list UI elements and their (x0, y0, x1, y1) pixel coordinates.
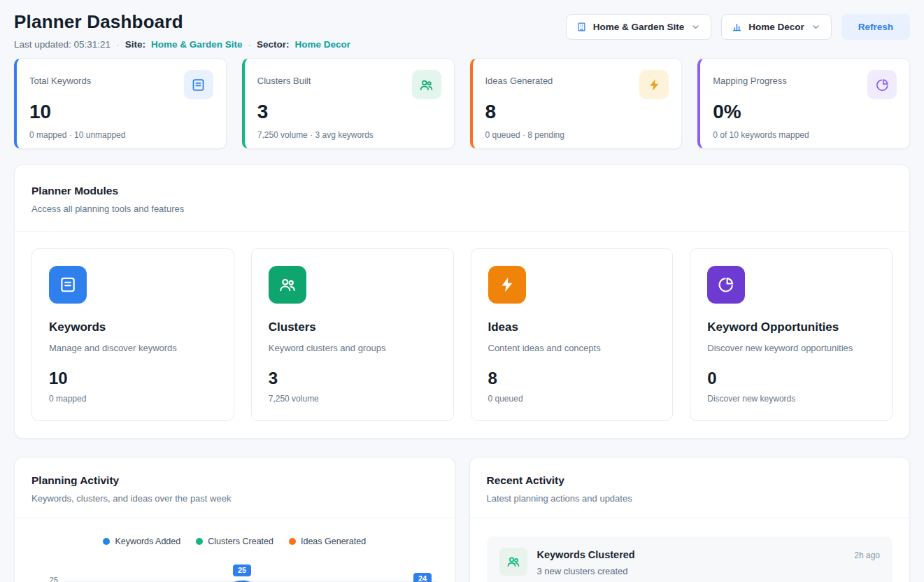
module-title: Keywords (49, 320, 217, 334)
site-label: Site: (125, 39, 145, 50)
stat-label: Total Keywords (29, 70, 91, 86)
legend-item-ideas-generated: Ideas Generated (289, 537, 366, 546)
title-block: Planner Dashboard Last updated: 05:31:21… (14, 11, 350, 50)
legend-label: Keywords Added (115, 537, 180, 546)
sector-dropdown-label: Home Decor (748, 22, 804, 32)
panel-subtitle: Latest planning actions and updates (487, 493, 893, 504)
bolt-icon (639, 70, 669, 99)
legend-label: Ideas Generated (301, 537, 366, 546)
panel-title: Recent Activity (487, 474, 893, 487)
activity-list: Keywords Clustered 3 new clusters create… (470, 518, 910, 582)
page-title: Planner Dashboard (14, 11, 350, 33)
stat-subtext: 0 queued · 8 pending (485, 130, 669, 140)
bolt-icon (488, 266, 526, 304)
top-bar: Planner Dashboard Last updated: 05:31:21… (14, 11, 910, 50)
stat-value: 10 (29, 101, 213, 123)
planner-dashboard-page: Planner Dashboard Last updated: 05:31:21… (0, 0, 924, 582)
separator-dot: · (116, 39, 120, 50)
separator-dot: · (248, 39, 251, 50)
module-description: Discover new keyword opportunities (707, 343, 875, 353)
chevron-down-icon (690, 22, 701, 32)
pie-chart-icon (867, 70, 897, 99)
module-card-clusters[interactable]: Clusters Keyword clusters and groups 3 7… (251, 248, 454, 421)
recent-activity-panel: Recent Activity Latest planning actions … (469, 457, 911, 582)
module-subtext: 0 mapped (49, 394, 217, 404)
stat-value: 3 (257, 101, 441, 123)
legend-dot (103, 538, 110, 545)
module-title: Clusters (269, 320, 436, 334)
module-subtext: Discover new keywords (707, 394, 875, 404)
site-dropdown-label: Home & Garden Site (593, 22, 685, 32)
bottom-panels: Planning Activity Keywords, clusters, an… (14, 457, 910, 582)
site-link[interactable]: Home & Garden Site (151, 39, 243, 50)
stat-card-clusters-built: Clusters Built 3 7,250 volume · 3 avg ke… (242, 58, 455, 149)
panel-subtitle: Access all planning tools and features (31, 204, 893, 214)
planner-modules-panel: Planner Modules Access all planning tool… (14, 164, 910, 439)
document-icon (49, 266, 87, 304)
module-card-keywords[interactable]: Keywords Manage and discover keywords 10… (31, 248, 234, 421)
panel-header: Recent Activity Latest planning actions … (470, 457, 910, 518)
planning-activity-panel: Planning Activity Keywords, clusters, an… (14, 457, 455, 582)
module-description: Manage and discover keywords (49, 343, 217, 353)
panel-header: Planner Modules Access all planning tool… (15, 165, 909, 232)
stat-label: Ideas Generated (485, 70, 553, 86)
stat-card-total-keywords: Total Keywords 10 0 mapped · 10 unmapped (14, 58, 227, 149)
module-value: 8 (488, 369, 656, 388)
chevron-down-icon (811, 22, 821, 32)
activity-text: Keywords Clustered 3 new clusters create… (537, 548, 845, 576)
module-card-ideas[interactable]: Ideas Content ideas and concepts 8 0 que… (471, 248, 674, 421)
stat-card-ideas-generated: Ideas Generated 8 0 queued · 8 pending (470, 58, 683, 149)
module-title: Keyword Opportunities (707, 320, 875, 334)
pie-chart-icon (707, 266, 745, 304)
sector-label: Sector: (257, 39, 290, 50)
activity-area-chart: 25 25 24 (31, 560, 438, 582)
stat-cards-row: Total Keywords 10 0 mapped · 10 unmapped… (14, 58, 910, 149)
chart-body: Keywords Added Clusters Created Ideas Ge… (15, 518, 455, 582)
data-point-label: 24 (413, 573, 432, 582)
stat-label: Mapping Progress (713, 70, 787, 86)
header-actions: Home & Garden Site Home Decor Refresh (566, 14, 910, 40)
activity-item: Keywords Clustered 3 new clusters create… (487, 537, 893, 582)
legend-dot (196, 538, 203, 545)
document-icon (184, 70, 213, 99)
meta-line: Last updated: 05:31:21 · Site: Home & Ga… (14, 39, 350, 50)
stat-card-mapping-progress: Mapping Progress 0% 0 of 10 keywords map… (697, 58, 910, 149)
sector-dropdown[interactable]: Home Decor (721, 14, 832, 40)
stat-value: 8 (485, 101, 669, 123)
chart-legend: Keywords Added Clusters Created Ideas Ge… (31, 537, 438, 546)
legend-item-keywords-added: Keywords Added (103, 537, 180, 546)
module-title: Ideas (488, 320, 656, 334)
panel-title: Planning Activity (31, 474, 438, 487)
module-subtext: 0 queued (488, 394, 656, 404)
panel-subtitle: Keywords, clusters, and ideas over the p… (31, 493, 438, 504)
site-dropdown[interactable]: Home & Garden Site (566, 14, 712, 40)
stat-value: 0% (713, 101, 897, 123)
building-icon (576, 22, 587, 32)
activity-timestamp: 2h ago (854, 548, 880, 560)
stat-subtext: 7,250 volume · 3 avg keywords (257, 130, 441, 140)
stat-label: Clusters Built (257, 70, 311, 86)
activity-description: 3 new clusters created (537, 566, 845, 576)
panel-title: Planner Modules (31, 185, 893, 197)
users-icon (269, 266, 306, 304)
modules-grid: Keywords Manage and discover keywords 10… (15, 232, 909, 438)
module-value: 10 (49, 369, 217, 388)
module-subtext: 7,250 volume (269, 394, 436, 404)
module-description: Keyword clusters and groups (269, 343, 436, 353)
last-updated-text: Last updated: 05:31:21 (14, 39, 111, 50)
legend-item-clusters-created: Clusters Created (196, 537, 273, 546)
module-description: Content ideas and concepts (488, 343, 656, 353)
stat-subtext: 0 of 10 keywords mapped (713, 130, 897, 140)
module-value: 3 (269, 369, 436, 388)
sector-link[interactable]: Home Decor (294, 39, 350, 50)
panel-header: Planning Activity Keywords, clusters, an… (15, 457, 455, 518)
bar-chart-icon (732, 22, 742, 32)
refresh-button[interactable]: Refresh (841, 14, 910, 40)
activity-title: Keywords Clustered (537, 548, 845, 560)
users-icon (499, 548, 527, 576)
legend-dot (289, 538, 296, 545)
module-card-keyword-opportunities[interactable]: Keyword Opportunities Discover new keywo… (690, 248, 893, 421)
module-value: 0 (707, 369, 875, 388)
stat-subtext: 0 mapped · 10 unmapped (29, 130, 213, 140)
legend-label: Clusters Created (208, 537, 273, 546)
